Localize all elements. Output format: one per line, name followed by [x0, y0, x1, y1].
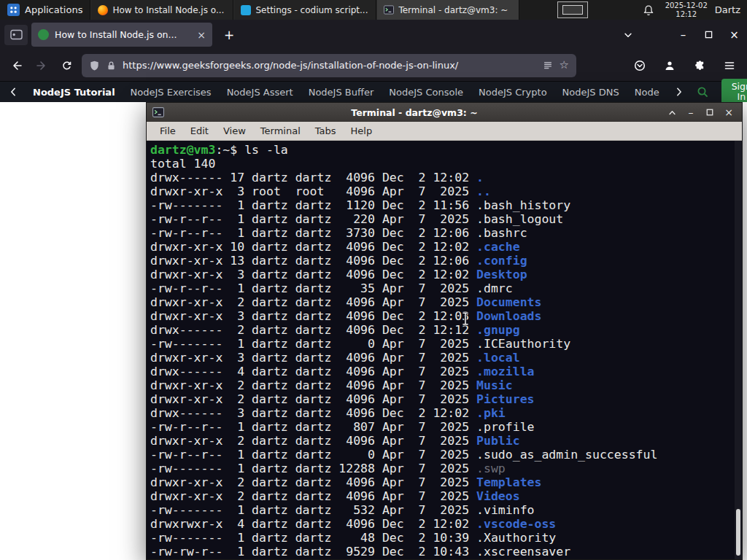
nav-item-nodejs-exercises[interactable]: NodeJS Exercises: [131, 87, 212, 98]
terminal-line: drwxr-xr-x 3 root root 4096 Apr 7 2025 .…: [150, 184, 491, 198]
chevron-up-icon: [668, 109, 676, 117]
panel-clock: 2025-12-02 12:12: [665, 1, 708, 18]
terminal-line: drwxr-xr-x 3 dartz dartz 4096 Dec 2 12:0…: [150, 309, 541, 323]
terminal-line: -rw-rw-r-- 1 dartz dartz 9529 Dec 2 10:4…: [150, 545, 570, 559]
menu-file[interactable]: File: [152, 125, 183, 136]
chevron-right-icon: [675, 87, 684, 97]
panel-user-label: Dartz: [715, 4, 740, 15]
terminal-content-area[interactable]: dartz@vm3:~$ ls -la total 140 drwx------…: [147, 141, 742, 559]
search-icon: [697, 86, 708, 98]
extensions-button[interactable]: [689, 55, 710, 77]
hamburger-menu-icon: [724, 60, 735, 71]
extensions-puzzle-icon: [694, 60, 705, 71]
terminal-line: -rw------- 1 dartz dartz 0 Apr 7 2025 .I…: [150, 337, 570, 351]
maximize-icon: [706, 109, 713, 116]
notification-bell-icon[interactable]: [639, 4, 658, 16]
back-icon: [11, 60, 23, 71]
workspace-switcher[interactable]: [557, 1, 588, 18]
applications-menu-button[interactable]: Applications: [0, 0, 90, 20]
taskbar-title: How to Install Node.js o...: [112, 5, 224, 15]
reload-button[interactable]: [54, 54, 79, 77]
taskbar-button-firefox[interactable]: How to Install Node.js o...: [90, 0, 233, 20]
terminal-line: drwx------ 4 dartz dartz 4096 Apr 7 2025…: [150, 365, 535, 378]
bookmark-star-icon[interactable]: ☆: [560, 60, 569, 71]
terminal-line: -rw-r--r-- 1 dartz dartz 807 Apr 7 2025 …: [150, 420, 535, 434]
menu-view[interactable]: View: [216, 125, 253, 136]
taskbar-button-codium[interactable]: Settings - codium script...: [233, 0, 376, 20]
terminal-scrollbar[interactable]: [735, 141, 742, 559]
terminal-line: drwxr-xr-x 2 dartz dartz 4096 Apr 7 2025…: [150, 475, 541, 489]
nav-item-node-truncated[interactable]: Node: [635, 87, 659, 98]
terminal-window: Terminal - dartz@vm3: ~ – × File Edit Vi…: [146, 102, 743, 560]
top-panel: Applications How to Install Node.js o...…: [0, 0, 747, 20]
terminal-line: drwx------ 2 dartz dartz 4096 Dec 2 12:1…: [150, 323, 520, 337]
lock-icon[interactable]: [107, 61, 116, 71]
account-button[interactable]: [659, 55, 680, 77]
app-menu-button[interactable]: [719, 55, 740, 77]
firefox-icon: [98, 5, 108, 15]
terminal-line: -rw------- 1 dartz dartz 12288 Apr 7 202…: [150, 462, 506, 475]
nav-item-nodejs-console[interactable]: NodeJS Console: [389, 87, 463, 98]
taskbar-title: Settings - codium script...: [255, 5, 368, 15]
new-tab-button[interactable]: +: [218, 24, 240, 46]
terminal-shade-button[interactable]: [665, 106, 679, 120]
terminal-line: drwx------ 17 dartz dartz 4096 Dec 2 12:…: [150, 171, 484, 184]
tracking-shield-icon[interactable]: [89, 60, 100, 71]
menu-terminal[interactable]: Terminal: [253, 125, 308, 136]
terminal-line: -rw-r--r-- 1 dartz dartz 3730 Dec 2 12:0…: [150, 226, 527, 240]
taskbar-button-terminal[interactable]: Terminal - dartz@vm3: ~: [376, 0, 519, 20]
menu-help[interactable]: Help: [344, 125, 380, 136]
terminal-line: drwxr-xr-x 2 dartz dartz 4096 Apr 7 2025…: [150, 489, 520, 503]
terminal-minimize-button[interactable]: –: [684, 106, 698, 120]
nav-item-nodejs-crypto[interactable]: NodeJS Crypto: [479, 87, 547, 98]
scrollbar-thumb[interactable]: [736, 509, 740, 556]
search-button[interactable]: [697, 86, 708, 98]
url-bar[interactable]: https://www.geeksforgeeks.org/node-js/in…: [82, 54, 576, 77]
terminal-line: drwx------ 3 dartz dartz 4096 Dec 2 12:0…: [150, 406, 506, 420]
forward-button[interactable]: [29, 54, 54, 77]
pocket-button[interactable]: [630, 55, 650, 77]
nav-item-nodejs-buffer[interactable]: NodeJS Buffer: [309, 87, 374, 98]
browser-tab[interactable]: How to Install Node.js on... ×: [31, 23, 212, 47]
terminal-menu-bar: File Edit View Terminal Tabs Help: [147, 122, 742, 141]
nav-item-nodejs-tutorial[interactable]: NodeJS Tutorial: [33, 87, 115, 98]
terminal-output: dartz@vm3:~$ ls -la total 140 drwx------…: [147, 141, 742, 559]
window-minimize-button[interactable]: –: [670, 24, 696, 46]
menu-tabs[interactable]: Tabs: [308, 125, 344, 136]
browser-toolbar: https://www.geeksforgeeks.org/node-js/in…: [0, 50, 747, 82]
site-nav-right: Sign In: [675, 79, 747, 105]
window-maximize-button[interactable]: [696, 24, 721, 46]
window-controls: – ×: [670, 24, 747, 46]
terminal-line: drwxr-xr-x 3 dartz dartz 4096 Dec 2 12:0…: [150, 268, 527, 281]
site-nav-bar: NodeJS Tutorial NodeJS Exercises NodeJS …: [0, 82, 747, 102]
tab-title: How to Install Node.js on...: [55, 29, 190, 40]
sign-in-button[interactable]: Sign In: [721, 79, 747, 105]
terminal-close-button[interactable]: ×: [721, 106, 736, 120]
geeksforgeeks-favicon: [38, 29, 49, 40]
nav-item-nodejs-assert[interactable]: NodeJS Assert: [227, 87, 293, 98]
reload-icon: [61, 60, 72, 71]
terminal-line: total 140: [150, 157, 215, 171]
terminal-line: -rw-r--r-- 1 dartz dartz 35 Apr 7 2025 .…: [150, 281, 513, 295]
nav-item-nodejs-dns[interactable]: NodeJS DNS: [562, 87, 619, 98]
reader-mode-icon[interactable]: [543, 61, 553, 71]
chevron-left-icon: [9, 87, 18, 97]
tab-close-icon[interactable]: ×: [196, 29, 206, 41]
applications-label: Applications: [25, 4, 82, 15]
terminal-maximize-button[interactable]: [703, 106, 717, 120]
terminal-line: drwxr-xr-x 2 dartz dartz 4096 Apr 7 2025…: [150, 295, 541, 309]
terminal-line: -rw------- 1 dartz dartz 532 Apr 7 2025 …: [150, 503, 535, 517]
maximize-icon: [705, 31, 713, 39]
window-close-button[interactable]: ×: [721, 24, 747, 46]
desktop-screen: Applications How to Install Node.js o...…: [0, 0, 747, 560]
terminal-line: drwxr-xr-x 2 dartz dartz 4096 Apr 7 2025…: [150, 378, 513, 392]
menu-edit[interactable]: Edit: [183, 125, 216, 136]
terminal-title-bar[interactable]: Terminal - dartz@vm3: ~ – ×: [147, 103, 742, 122]
back-button[interactable]: [4, 54, 29, 77]
list-all-tabs-button[interactable]: [616, 24, 640, 46]
firefox-view-button[interactable]: [4, 25, 28, 45]
terminal-line: drwxr-xr-x 2 dartz dartz 4096 Apr 7 2025…: [150, 392, 535, 406]
browser-tab-bar: How to Install Node.js on... × + – ×: [0, 20, 747, 50]
nav-scroll-left-button[interactable]: [9, 87, 18, 97]
nav-scroll-right-button[interactable]: [675, 87, 684, 97]
